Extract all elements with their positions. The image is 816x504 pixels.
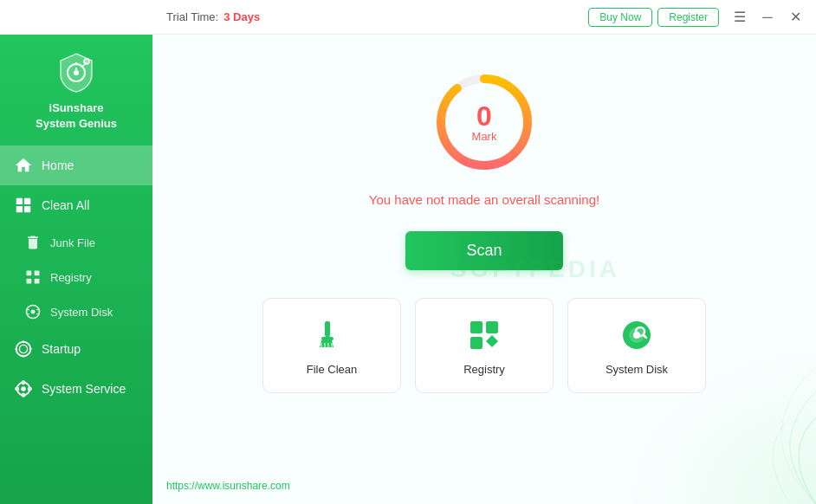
sidebar-system-disk-label: System Disk: [50, 306, 113, 319]
sidebar-logo: + iSunshareSystem Genius: [0, 35, 152, 145]
feature-cards: File Clean Registry: [262, 298, 706, 393]
svg-rect-8: [16, 206, 23, 212]
svg-text:+: +: [74, 68, 79, 78]
registry-card-label: Registry: [463, 363, 505, 376]
svg-point-16: [16, 342, 31, 357]
app-body: + iSunshareSystem Genius Home Clean All: [0, 35, 816, 504]
feature-card-system-disk[interactable]: System Disk: [567, 298, 706, 393]
register-button[interactable]: Register: [657, 8, 719, 27]
system-disk-card-label: System Disk: [606, 363, 668, 376]
sidebar-home-label: Home: [42, 158, 74, 172]
gauge-center: 0 Mark: [472, 102, 497, 143]
file-clean-card-icon: [313, 316, 351, 354]
svg-point-15: [31, 310, 36, 314]
registry-icon: [24, 268, 42, 286]
sidebar: + iSunshareSystem Genius Home Clean All: [0, 35, 152, 504]
score-value: 0: [472, 102, 497, 130]
score-gauge: 0 Mark: [428, 66, 541, 178]
svg-point-21: [29, 348, 32, 351]
no-scan-message: You have not made an overall scanning!: [369, 192, 599, 207]
svg-rect-9: [24, 206, 30, 212]
sidebar-item-clean-all[interactable]: Clean All: [0, 185, 152, 225]
sidebar-item-home[interactable]: Home: [0, 145, 152, 185]
feature-card-registry[interactable]: Registry: [415, 298, 554, 393]
sidebar-item-junk-file[interactable]: Junk File: [0, 225, 152, 260]
svg-rect-37: [486, 321, 498, 333]
file-clean-card-label: File Clean: [307, 363, 358, 376]
svg-rect-11: [35, 271, 40, 276]
svg-rect-36: [470, 321, 482, 333]
svg-rect-38: [470, 337, 482, 349]
svg-point-4: [84, 59, 89, 64]
svg-marker-39: [486, 335, 498, 347]
svg-rect-30: [325, 321, 330, 337]
main-content: SOFTPEDIA 0 M: [152, 35, 816, 504]
svg-rect-13: [35, 279, 40, 284]
trial-days: 3 Days: [223, 10, 260, 23]
junk-file-icon: [24, 234, 42, 251]
svg-point-18: [23, 341, 25, 344]
sidebar-item-system-service[interactable]: System Service: [0, 369, 152, 409]
score-label: Mark: [472, 130, 497, 143]
titlebar: Trial Time: 3 Days Buy Now Register ☰ ─ …: [0, 0, 816, 35]
clean-all-icon: [14, 196, 33, 215]
sidebar-registry-label: Registry: [50, 271, 92, 284]
home-icon: [14, 156, 33, 175]
sidebar-item-startup[interactable]: Startup: [0, 329, 152, 369]
sidebar-clean-all-label: Clean All: [42, 198, 89, 212]
score-section: 0 Mark You have not made an overall scan…: [369, 66, 599, 270]
svg-rect-12: [27, 279, 32, 284]
menu-button[interactable]: ☰: [729, 7, 750, 28]
sidebar-junk-file-label: Junk File: [50, 236, 95, 249]
svg-rect-31: [321, 337, 334, 340]
trial-label: Trial Time:: [166, 10, 218, 23]
svg-rect-10: [27, 271, 32, 276]
sidebar-startup-label: Startup: [42, 342, 81, 356]
svg-rect-7: [24, 198, 30, 204]
svg-point-23: [21, 387, 26, 392]
sidebar-system-service-label: System Service: [42, 382, 126, 396]
svg-point-17: [19, 346, 27, 353]
feature-card-file-clean[interactable]: File Clean: [262, 298, 401, 393]
app-logo-icon: +: [54, 50, 99, 95]
system-disk-card-icon: [618, 316, 656, 354]
svg-point-20: [15, 348, 17, 351]
svg-rect-6: [16, 198, 23, 204]
system-disk-icon: [24, 303, 42, 320]
trial-info: Trial Time: 3 Days: [166, 10, 260, 23]
registry-card-icon: [465, 316, 503, 354]
sidebar-item-registry[interactable]: Registry: [0, 260, 152, 294]
svg-point-19: [23, 355, 25, 358]
footer-url[interactable]: https://www.isunshare.com: [166, 480, 290, 492]
scan-button[interactable]: Scan: [405, 231, 562, 270]
app-name: iSunshareSystem Genius: [36, 100, 117, 132]
minimize-button[interactable]: ─: [757, 7, 778, 28]
system-service-icon: [14, 379, 33, 398]
buy-now-button[interactable]: Buy Now: [588, 8, 652, 27]
close-button[interactable]: ✕: [785, 7, 806, 28]
startup-icon: [14, 339, 33, 359]
sidebar-item-system-disk[interactable]: System Disk: [0, 294, 152, 329]
window-controls: ☰ ─ ✕: [729, 7, 806, 28]
